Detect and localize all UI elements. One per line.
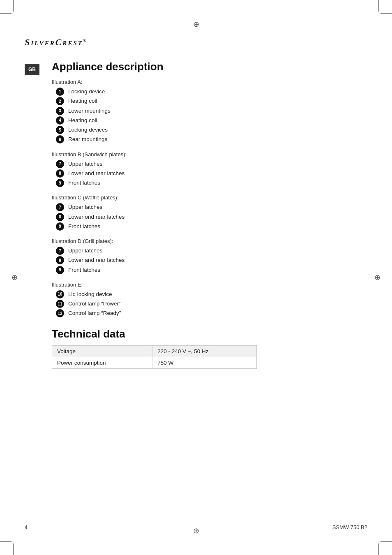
- list-item: 9Front latches: [56, 266, 367, 274]
- illustration-label-0: Illustration A:: [52, 79, 367, 85]
- item-num-0-3: 4: [56, 116, 64, 125]
- tech-value-0: 220 - 240 V ~, 50 Hz: [152, 345, 257, 357]
- item-text-2-1: Lower ond rear latches: [68, 213, 125, 221]
- item-num-2-1: 8: [56, 213, 64, 221]
- illustration-group-1: Illustration B (Sandwich plates):7Upper …: [52, 151, 367, 187]
- list-item: 8Lower and rear latches: [56, 169, 367, 178]
- item-text-4-2: Control lamp “Ready”: [68, 309, 121, 317]
- footer-page: 4: [25, 524, 28, 530]
- item-text-4-0: Lid locking device: [68, 290, 112, 298]
- list-item: 6Rear mountings: [56, 135, 367, 143]
- item-num-2-2: 9: [56, 222, 64, 231]
- technical-section: Technical data Voltage220 - 240 V ~, 50 …: [52, 328, 367, 369]
- technical-table: Voltage220 - 240 V ~, 50 HzPower consump…: [52, 345, 257, 369]
- item-num-0-4: 5: [56, 126, 64, 134]
- item-text-0-3: Heating coil: [68, 116, 97, 125]
- illustration-group-0: Illustration A:1Locking device2Heating c…: [52, 79, 367, 144]
- item-num-4-0: 10: [56, 290, 64, 298]
- list-item: 2Heating coil: [56, 97, 367, 105]
- list-item: 8Lower and rear latches: [56, 256, 367, 264]
- item-text-1-0: Upper latches: [68, 160, 102, 168]
- item-num-2-0: 7: [56, 203, 64, 211]
- list-item: 1Locking device: [56, 88, 367, 96]
- list-item: 9Front latches: [56, 222, 367, 231]
- illustration-group-4: Illustration E:10Lid locking device11Con…: [52, 282, 367, 318]
- item-num-1-0: 7: [56, 160, 64, 168]
- tech-label-1: Power consumption: [52, 357, 152, 368]
- illustration-group-3: Illustration D (Grill plates):7Upper lat…: [52, 238, 367, 274]
- tech-value-1: 750 W: [152, 357, 257, 368]
- item-text-0-0: Locking device: [68, 88, 105, 96]
- footer: 4 SSMW 750 B2: [25, 524, 367, 530]
- list-item: 5Locking devices: [56, 126, 367, 134]
- item-text-4-1: Control lamp “Power”: [68, 300, 121, 308]
- item-num-1-1: 8: [56, 169, 64, 178]
- technical-title: Technical data: [52, 328, 367, 340]
- list-item: 8Lower ond rear latches: [56, 213, 367, 221]
- illustration-group-2: Illustration C (Waffle plates):7Upper la…: [52, 194, 367, 231]
- item-text-3-1: Lower and rear latches: [68, 256, 125, 264]
- table-row: Voltage220 - 240 V ~, 50 Hz: [52, 345, 257, 357]
- item-num-0-1: 2: [56, 97, 64, 105]
- table-row: Power consumption750 W: [52, 357, 257, 368]
- item-num-3-2: 9: [56, 266, 64, 274]
- item-text-1-2: Front latches: [68, 179, 100, 187]
- item-num-4-1: 11: [56, 300, 64, 308]
- tech-label-0: Voltage: [52, 345, 152, 357]
- list-item: 11Control lamp “Power”: [56, 300, 367, 308]
- item-num-3-0: 7: [56, 247, 64, 255]
- lang-badge: GB: [25, 64, 39, 75]
- brand-logo: SilverCrest®: [25, 37, 87, 47]
- list-item: 7Upper latches: [56, 247, 367, 255]
- list-item: 7Upper latches: [56, 203, 367, 211]
- item-text-1-1: Lower and rear latches: [68, 169, 125, 178]
- reg-mark-left: ⊕: [12, 273, 18, 282]
- content-body: Appliance description Illustration A:1Lo…: [52, 60, 367, 369]
- item-num-0-5: 6: [56, 135, 64, 143]
- footer-model: SSMW 750 B2: [332, 524, 367, 530]
- main-content: GB Appliance description Illustration A:…: [0, 52, 392, 377]
- list-item: 3Lower mountings: [56, 107, 367, 115]
- item-text-2-2: Front latches: [68, 222, 100, 231]
- reg-mark-top: ⊕: [193, 20, 199, 29]
- illustration-label-1: Illustration B (Sandwich plates):: [52, 151, 367, 157]
- illustration-label-4: Illustration E:: [52, 282, 367, 288]
- item-text-0-2: Lower mountings: [68, 107, 111, 115]
- list-item: 12Control lamp “Ready”: [56, 309, 367, 317]
- list-item: 9Front latches: [56, 179, 367, 187]
- item-text-0-5: Rear mountings: [68, 135, 107, 143]
- item-text-0-4: Locking devices: [68, 126, 108, 134]
- item-text-3-0: Upper latches: [68, 247, 102, 255]
- item-num-0-0: 1: [56, 88, 64, 96]
- reg-mark-right: ⊕: [374, 273, 380, 282]
- illustration-label-2: Illustration C (Waffle plates):: [52, 194, 367, 201]
- item-num-1-2: 9: [56, 179, 64, 187]
- item-num-0-2: 3: [56, 107, 64, 115]
- list-item: 4Heating coil: [56, 116, 367, 125]
- list-item: 7Upper latches: [56, 160, 367, 168]
- item-num-3-1: 8: [56, 256, 64, 264]
- item-num-4-2: 12: [56, 309, 64, 317]
- item-text-3-2: Front latches: [68, 266, 100, 274]
- appliance-title: Appliance description: [52, 60, 367, 73]
- list-item: 10Lid locking device: [56, 290, 367, 298]
- item-text-2-0: Upper latches: [68, 203, 102, 211]
- illustration-label-3: Illustration D (Grill plates):: [52, 238, 367, 244]
- illustrations-container: Illustration A:1Locking device2Heating c…: [52, 79, 367, 318]
- item-text-0-1: Heating coil: [68, 97, 97, 105]
